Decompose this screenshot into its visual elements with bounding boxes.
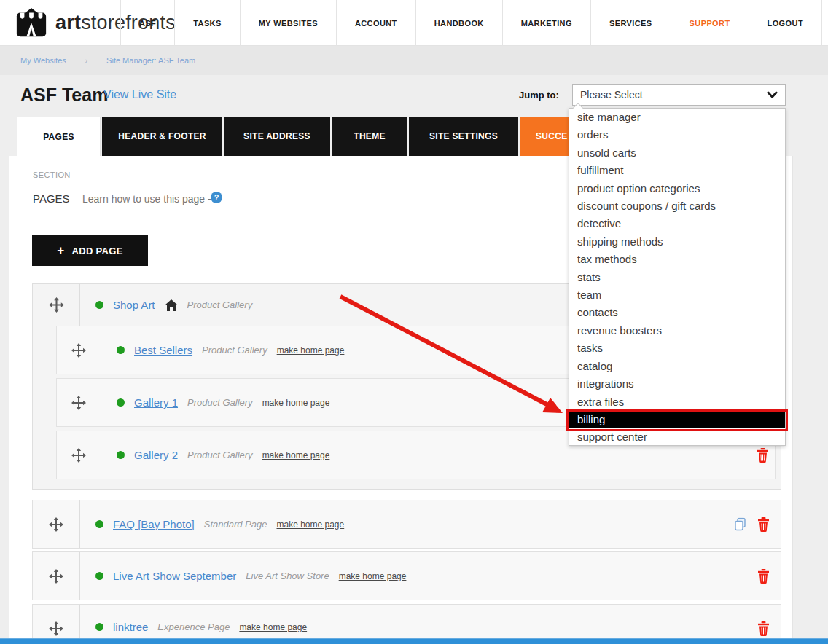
dropdown-option-shipping-methods[interactable]: shipping methods — [569, 233, 785, 251]
page-title: ASF Team — [20, 85, 108, 106]
status-dot — [117, 398, 125, 407]
page-type-label: Experience Page — [157, 621, 230, 632]
dropdown-option-catalog[interactable]: catalog — [569, 358, 785, 375]
page-type-label: Product Gallery — [202, 345, 267, 356]
status-dot — [95, 572, 104, 580]
page-type-label: Product Gallery — [187, 449, 253, 460]
horizontal-scrollbar[interactable] — [0, 638, 828, 644]
trash-icon[interactable] — [757, 517, 770, 532]
page-link[interactable]: FAQ [Bay Photo] — [113, 518, 195, 530]
app-header: artstorefronts ASF TASKS MY WEBSITES ACC… — [0, 0, 828, 46]
dropdown-option-stats[interactable]: stats — [569, 269, 785, 286]
page-type-label: Product Gallery — [187, 397, 253, 408]
add-page-label: ADD PAGE — [72, 246, 123, 256]
home-icon — [165, 299, 178, 311]
dropdown-option-team[interactable]: team — [569, 286, 785, 304]
tab-theme[interactable]: THEME — [332, 117, 407, 156]
tab-header-footer[interactable]: HEADER & FOOTER — [102, 117, 222, 156]
breadcrumb-my-websites[interactable]: My Websites — [20, 56, 66, 65]
add-page-button[interactable]: + ADD PAGE — [32, 235, 148, 266]
tab-site-settings[interactable]: SITE SETTINGS — [409, 117, 518, 156]
storefront-logo-icon — [15, 6, 48, 39]
dropdown-option-tax-methods[interactable]: tax methods — [569, 251, 785, 268]
make-home-page-link[interactable]: make home page — [262, 450, 330, 460]
page-type-label: Standard Page — [204, 519, 267, 530]
nav-item-marketing[interactable]: MARKETING — [502, 0, 590, 46]
drag-handle[interactable] — [57, 326, 101, 374]
dropdown-option-revenue-boosters[interactable]: revenue boosters — [569, 322, 785, 339]
page-link[interactable]: Live Art Show September — [113, 570, 236, 582]
tab-site-address[interactable]: SITE ADDRESS — [224, 117, 330, 156]
nav-item-asf[interactable]: ASF — [120, 0, 174, 46]
drag-handle[interactable] — [33, 552, 80, 600]
nav-item-my-websites[interactable]: MY WEBSITES — [240, 0, 336, 46]
dropdown-option-support-center[interactable]: support center — [569, 428, 785, 446]
nav-item-tasks[interactable]: TASKS — [174, 0, 239, 46]
trash-icon[interactable] — [757, 569, 770, 584]
page-link[interactable]: Best Sellers — [134, 344, 192, 356]
breadcrumb: My Websites › Site Manager: ASF Team — [0, 46, 828, 75]
nav-item-logout[interactable]: LOGOUT — [749, 0, 822, 46]
page-link[interactable]: Gallery 2 — [134, 449, 178, 461]
dropdown-option-unsold-carts[interactable]: unsold carts — [569, 144, 785, 162]
section-help-text: Learn how to use this page - — [82, 193, 211, 205]
trash-icon[interactable] — [757, 621, 770, 636]
duplicate-icon[interactable] — [734, 517, 748, 531]
status-dot — [117, 346, 125, 354]
jump-to-selected-value: Please Select — [580, 89, 643, 101]
jump-to-dropdown: site manager orders unsold carts fulfill… — [569, 108, 786, 446]
dropdown-option-tasks[interactable]: tasks — [569, 339, 785, 357]
section-title: PAGES — [33, 192, 70, 205]
nav-item-services[interactable]: SERVICES — [590, 0, 671, 46]
page-type-label: Live Art Show Store — [246, 570, 329, 581]
nav-item-support[interactable]: SUPPORT — [671, 0, 749, 46]
page-row-faq: FAQ [Bay Photo] Standard Page make home … — [32, 500, 781, 549]
dropdown-option-site-manager[interactable]: site manager — [569, 109, 785, 126]
nav-item-handbook[interactable]: HANDBOOK — [415, 0, 502, 46]
dropdown-option-orders[interactable]: orders — [569, 126, 785, 144]
make-home-page-link[interactable]: make home page — [239, 622, 307, 632]
drag-handle[interactable] — [33, 500, 80, 548]
nav-item-account[interactable]: ACCOUNT — [336, 0, 415, 46]
make-home-page-link[interactable]: make home page — [277, 345, 345, 356]
dropdown-option-integrations[interactable]: integrations — [569, 375, 785, 393]
main-nav: ASF TASKS MY WEBSITES ACCOUNT HANDBOOK M… — [120, 0, 822, 46]
drag-handle[interactable] — [57, 379, 101, 426]
trash-icon[interactable] — [757, 448, 769, 463]
dropdown-option-contacts[interactable]: contacts — [569, 304, 785, 321]
make-home-page-link[interactable]: make home page — [262, 398, 330, 408]
status-dot — [95, 301, 104, 309]
dropdown-option-extra-files[interactable]: extra files — [569, 393, 785, 411]
dropdown-option-detective[interactable]: detective — [569, 215, 785, 232]
help-icon[interactable]: ? — [211, 192, 222, 203]
section-kicker: SECTION — [33, 170, 71, 179]
page-link[interactable]: Gallery 1 — [134, 396, 178, 409]
dropdown-option-discount-coupons[interactable]: discount coupons / gift cards — [569, 197, 785, 215]
dropdown-option-fulfillment[interactable]: fulfillment — [569, 162, 785, 179]
status-dot — [95, 520, 104, 528]
page-type-label: Product Gallery — [187, 299, 253, 310]
page-link[interactable]: linktree — [113, 621, 148, 633]
jump-to-select[interactable]: Please Select — [572, 84, 786, 106]
view-live-site-link[interactable]: View Live Site — [104, 88, 176, 101]
page-link[interactable]: Shop Art — [113, 299, 155, 311]
make-home-page-link[interactable]: make home page — [339, 571, 407, 581]
status-dot — [117, 451, 125, 459]
dropdown-option-product-option-categories[interactable]: product option categories — [569, 180, 785, 197]
status-dot — [95, 623, 104, 631]
breadcrumb-site-manager[interactable]: Site Manager: ASF Team — [106, 56, 195, 65]
make-home-page-link[interactable]: make home page — [276, 519, 344, 530]
drag-handle[interactable] — [57, 431, 101, 479]
dropdown-option-billing[interactable]: billing — [569, 411, 785, 428]
chevron-down-icon — [767, 91, 778, 98]
page-row-live-art-show: Live Art Show September Live Art Show St… — [32, 551, 781, 600]
tab-pages[interactable]: PAGES — [17, 117, 101, 157]
plus-icon: + — [57, 243, 64, 258]
drag-handle[interactable] — [33, 284, 80, 326]
breadcrumb-separator: › — [85, 57, 87, 65]
jump-to-label: Jump to: — [519, 90, 559, 101]
site-tabs: PAGES HEADER & FOOTER SITE ADDRESS THEME… — [17, 117, 638, 157]
